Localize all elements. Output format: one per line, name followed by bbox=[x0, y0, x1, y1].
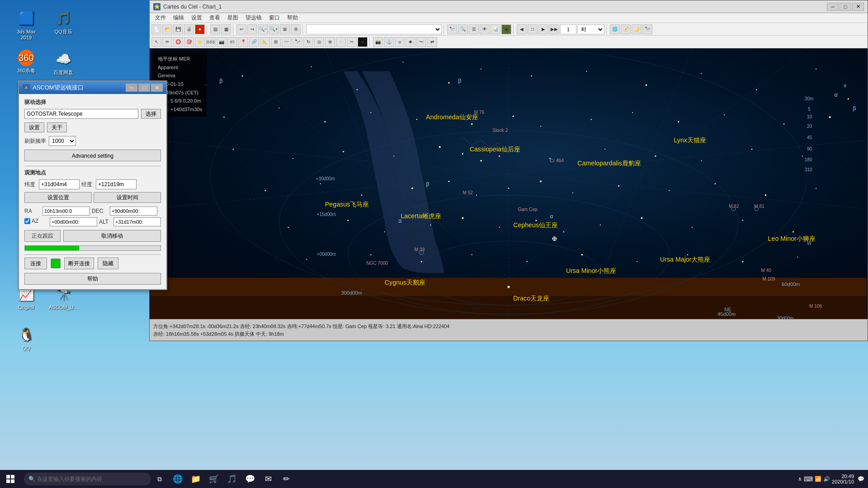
tb-print[interactable]: 🖨 bbox=[184, 24, 194, 34]
tb2-dot[interactable]: · bbox=[336, 37, 346, 47]
menu-view[interactable]: 查看 bbox=[206, 13, 224, 23]
tb2-tag[interactable]: 🏷 bbox=[227, 37, 237, 47]
tb-rect[interactable]: □ bbox=[528, 24, 538, 34]
tb2-measure[interactable]: 📐 bbox=[260, 37, 270, 47]
menu-help[interactable]: 帮助 bbox=[283, 13, 302, 23]
tb-undo[interactable]: ↩ bbox=[236, 24, 246, 34]
taskbar-icon-wechat[interactable]: 💬 bbox=[241, 470, 259, 488]
tb2-swap[interactable]: ⇄ bbox=[427, 37, 437, 47]
tb-save[interactable]: 💾 bbox=[173, 24, 183, 34]
tb-night[interactable]: 🌙 bbox=[632, 24, 642, 34]
tb-globe[interactable]: 🌐 bbox=[610, 24, 620, 34]
menu-edit[interactable]: 编辑 bbox=[170, 13, 188, 23]
tb2-dss[interactable]: DSS bbox=[206, 37, 216, 47]
tb2-grid[interactable]: ⊞ bbox=[271, 37, 281, 47]
help-btn[interactable]: 帮助 bbox=[24, 273, 161, 285]
tb-list[interactable]: ☰ bbox=[469, 24, 479, 34]
desktop-icon-qq[interactable]: 🐧 QQ bbox=[8, 325, 44, 351]
desktop-icon-qqmusic[interactable]: 🎵 QQ音乐 bbox=[45, 9, 81, 35]
tb-fitwin[interactable]: ⊠ bbox=[280, 24, 290, 34]
taskbar-search-bar[interactable]: 🔍 bbox=[24, 473, 151, 485]
tb-zoomin[interactable]: 🔍+ bbox=[269, 24, 279, 34]
tb2-pencil[interactable]: ✏ bbox=[162, 37, 172, 47]
tb2-rot[interactable]: ↻ bbox=[303, 37, 313, 47]
catalog-dropdown[interactable] bbox=[306, 24, 442, 34]
tb2-path[interactable]: 〰 bbox=[282, 37, 292, 47]
ascom-minimize-btn[interactable]: ─ bbox=[126, 84, 137, 92]
tb-eye[interactable]: 👁 bbox=[480, 24, 490, 34]
taskbar-icon-taskview[interactable]: ⧉ bbox=[151, 470, 169, 488]
cancel-move-btn[interactable]: 取消移动 bbox=[63, 230, 161, 242]
connect-btn[interactable]: 连接 bbox=[24, 258, 47, 269]
set-location-btn[interactable]: 设置位置 bbox=[24, 192, 92, 203]
setup-btn[interactable]: 设置 bbox=[24, 122, 44, 132]
set-time-btn[interactable]: 设置时间 bbox=[94, 192, 161, 203]
az-checkbox[interactable] bbox=[24, 218, 30, 224]
tb2-asterisk[interactable]: ✱ bbox=[406, 37, 415, 47]
tb-binoculars[interactable]: 🔭 bbox=[447, 24, 457, 34]
taskbar-icon-media[interactable]: 🎵 bbox=[223, 470, 241, 488]
taskbar-icon-edge[interactable]: 🌐 bbox=[169, 470, 187, 488]
menu-telescope[interactable]: 望远镜 bbox=[242, 13, 265, 23]
tb-prev[interactable]: ◀ bbox=[517, 24, 527, 34]
taskbar-icon-explorer[interactable]: 📁 bbox=[187, 470, 205, 488]
tb2-alpha[interactable]: α bbox=[395, 37, 405, 47]
hide-btn[interactable]: 隐藏 bbox=[98, 258, 118, 269]
taskbar-icon-mail[interactable]: ✉ bbox=[259, 470, 277, 488]
tb-compass[interactable]: 🧭 bbox=[621, 24, 631, 34]
tray-keyboard-icon[interactable]: ⌨ bbox=[804, 475, 813, 483]
tb-layout2[interactable]: ▦ bbox=[221, 24, 231, 34]
tb-red[interactable]: ● bbox=[195, 24, 205, 34]
tray-network-icon[interactable]: 📶 bbox=[815, 476, 821, 482]
tb2-erase[interactable]: ✂ bbox=[347, 37, 357, 47]
menu-starmap[interactable]: 星图 bbox=[224, 13, 242, 23]
tb2-crosshair[interactable]: ⊕ bbox=[325, 37, 335, 47]
tb-redo[interactable]: ↪ bbox=[247, 24, 257, 34]
minimize-button[interactable]: ─ bbox=[827, 3, 839, 11]
taskbar-icon-store[interactable]: 🛒 bbox=[205, 470, 223, 488]
ra-input[interactable] bbox=[42, 206, 90, 216]
tray-caret-icon[interactable]: ∧ bbox=[798, 476, 802, 482]
tb2-link[interactable]: 🔗 bbox=[249, 37, 259, 47]
refresh-select[interactable]: 1000 100 500 2000 bbox=[49, 136, 76, 146]
tb2-wave[interactable]: 〜 bbox=[416, 37, 426, 47]
tray-volume-icon[interactable]: 🔊 bbox=[823, 476, 830, 482]
menu-file[interactable]: 文件 bbox=[151, 13, 170, 23]
tb-layout1[interactable]: ▤ bbox=[210, 24, 220, 34]
tb-zoomout[interactable]: 🔍− bbox=[258, 24, 268, 34]
tb-open[interactable]: 📂 bbox=[162, 24, 172, 34]
tb-scope[interactable]: 🔭 bbox=[642, 24, 652, 34]
lon-input[interactable] bbox=[96, 179, 137, 189]
tb2-pin[interactable]: 📍 bbox=[238, 37, 248, 47]
close-button[interactable]: ✕ bbox=[852, 3, 864, 11]
ascom-close-btn[interactable]: ✕ bbox=[151, 84, 163, 92]
select-driver-btn[interactable]: 选择 bbox=[141, 109, 161, 119]
tb-color[interactable]: ■ bbox=[501, 24, 511, 34]
driver-input[interactable] bbox=[24, 109, 138, 119]
time-unit-dropdown[interactable]: 时 bbox=[577, 24, 604, 34]
tb-chart[interactable]: 📊 bbox=[491, 24, 500, 34]
desktop-icon-360[interactable]: 360 360杀毒 bbox=[8, 50, 44, 74]
tb-settings[interactable]: ⚙ bbox=[291, 24, 301, 34]
alt-input[interactable] bbox=[113, 217, 161, 226]
sky-chart-canvas[interactable]: Andromeda仙女座 Cassiopeia仙后座 Camelopardali… bbox=[150, 48, 868, 319]
tb2-photo[interactable]: 📷 bbox=[217, 37, 226, 47]
tb2-target[interactable]: 🎯 bbox=[184, 37, 194, 47]
taskbar-icon-pen[interactable]: ✏ bbox=[277, 470, 295, 488]
tb-fwd[interactable]: ▶▶ bbox=[549, 24, 559, 34]
disconnect-btn[interactable]: 断开连接 bbox=[64, 258, 94, 269]
tb-new[interactable]: 📄 bbox=[151, 24, 161, 34]
desktop-icon-3dsmax[interactable]: 🟦 3ds Max2019 bbox=[8, 9, 44, 41]
tray-notification-icon[interactable]: 💬 bbox=[858, 476, 864, 482]
tb2-circle[interactable]: ⭕ bbox=[173, 37, 183, 47]
search-input[interactable] bbox=[37, 476, 137, 482]
menu-window[interactable]: 窗口 bbox=[265, 13, 283, 23]
tb2-camera[interactable]: 📸 bbox=[373, 37, 383, 47]
ascom-maximize-btn[interactable]: □ bbox=[138, 84, 150, 92]
tb2-scope2[interactable]: 🔭 bbox=[292, 37, 302, 47]
dec-input[interactable] bbox=[110, 206, 157, 216]
tb2-cursor[interactable]: ↖ bbox=[151, 37, 161, 47]
tb2-fov[interactable]: ◎ bbox=[314, 37, 324, 47]
lat-input[interactable] bbox=[39, 179, 80, 189]
maximize-button[interactable]: □ bbox=[840, 3, 851, 11]
